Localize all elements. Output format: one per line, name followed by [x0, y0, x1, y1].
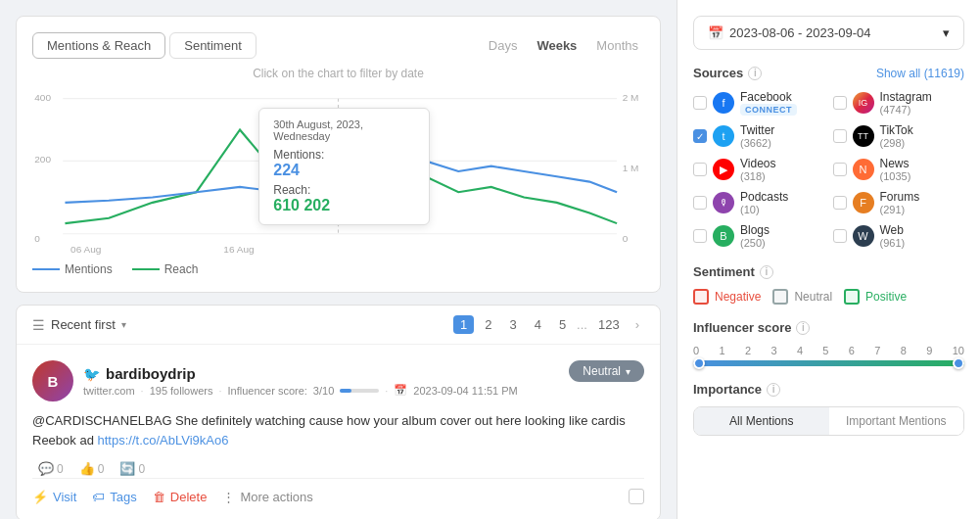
share-count: 0 — [138, 462, 145, 476]
visit-button[interactable]: ⚡ Visit — [32, 490, 76, 504]
slider-left-thumb[interactable] — [693, 357, 705, 369]
author-info: 🐦 bardiboydrip twitter.com · 195 followe… — [83, 365, 518, 397]
source-forums-checkbox[interactable] — [833, 196, 847, 210]
legend-reach-label: Reach — [164, 262, 199, 276]
avatar: B — [32, 360, 73, 401]
source-twitter-checkbox[interactable]: ✓ — [693, 129, 707, 143]
source-tiktok-checkbox[interactable] — [833, 129, 847, 143]
sort-chevron-icon: ▾ — [121, 319, 126, 330]
post-header: B 🐦 bardiboydrip twitter.com · 195 follo… — [32, 360, 644, 401]
tab-mentions-reach[interactable]: Mentions & Reach — [32, 32, 165, 59]
all-mentions-option[interactable]: All Mentions — [694, 407, 829, 435]
videos-count: (318) — [740, 170, 775, 182]
like-stat: 👍 0 — [73, 459, 111, 478]
important-mentions-option[interactable]: Important Mentions — [829, 407, 964, 435]
post-stats: 💬 0 👍 0 🔄 0 — [32, 459, 644, 478]
positive-checkbox[interactable] — [844, 289, 860, 305]
forums-name: Forums — [880, 190, 920, 204]
forums-count: (291) — [880, 204, 920, 215]
page-1[interactable]: 1 — [453, 315, 474, 334]
sentiment-positive[interactable]: Positive — [844, 289, 907, 305]
tab-sentiment[interactable]: Sentiment — [169, 32, 257, 59]
connect-badge: CONNECT — [740, 104, 797, 116]
time-months[interactable]: Months — [590, 36, 644, 55]
source-web-checkbox[interactable] — [833, 229, 847, 243]
page-2[interactable]: 2 — [478, 315, 498, 334]
blogs-name: Blogs — [740, 223, 770, 237]
author-meta: twitter.com · 195 followers · Influencer… — [83, 384, 518, 397]
author-name: bardiboydrip — [106, 365, 196, 382]
web-name: Web — [880, 223, 906, 237]
list-section: ☰ Recent first ▾ 1 2 3 4 5 ... 123 › B — [16, 305, 661, 519]
svg-text:16 Aug: 16 Aug — [223, 244, 254, 255]
more-actions-button[interactable]: ⋮ More actions — [222, 490, 312, 504]
show-all-link[interactable]: Show all (11619) — [876, 67, 964, 80]
sort-button[interactable]: ☰ Recent first ▾ — [32, 317, 126, 333]
influencer-slider[interactable] — [693, 360, 964, 366]
sentiment-badge-label: Neutral — [583, 364, 621, 378]
page-next-icon[interactable]: › — [630, 315, 644, 334]
source-instagram-checkbox[interactable] — [833, 96, 847, 110]
date-range-value: 2023-08-06 - 2023-09-04 — [729, 25, 871, 40]
post-checkbox[interactable] — [629, 489, 644, 504]
source-facebook-checkbox[interactable] — [693, 96, 707, 110]
chart-area[interactable]: 400 200 0 2 M 1 M 0 06 Aug 16 Aug — [32, 88, 644, 255]
source-blogs-checkbox[interactable] — [693, 229, 707, 243]
visit-icon: ⚡ — [32, 490, 48, 504]
tooltip-reach-value: 610 202 — [273, 197, 415, 214]
sentiment-negative[interactable]: Negative — [693, 289, 761, 305]
neutral-checkbox[interactable] — [772, 289, 788, 305]
sources-info-icon[interactable]: i — [748, 67, 762, 80]
post-author: B 🐦 bardiboydrip twitter.com · 195 follo… — [32, 360, 518, 401]
delete-icon: 🗑 — [153, 490, 165, 504]
sort-icon: ☰ — [32, 317, 45, 333]
tiktok-count: (298) — [880, 137, 913, 149]
more-icon: ⋮ — [222, 490, 235, 504]
svg-text:0: 0 — [34, 233, 40, 244]
web-count: (961) — [880, 237, 906, 249]
date-range-picker[interactable]: 📅 2023-08-06 - 2023-09-04 ▾ — [693, 16, 964, 50]
page-ellipsis: ... — [577, 317, 587, 332]
date-chevron-icon: ▾ — [943, 25, 950, 40]
importance-info-icon[interactable]: i — [767, 383, 780, 397]
time-days[interactable]: Days — [483, 36, 524, 55]
tiktok-icon: TT — [853, 125, 874, 147]
sentiment-neutral[interactable]: Neutral — [772, 289, 832, 305]
post-date: 2023-09-04 11:51 PM — [413, 385, 517, 397]
page-4[interactable]: 4 — [528, 315, 548, 334]
post-link[interactable]: https://t.co/AbLVi9kAo6 — [98, 433, 229, 448]
influencer-bar — [340, 389, 379, 393]
negative-label: Negative — [715, 290, 761, 304]
sources-title: Sources i Show all (11619) — [693, 66, 964, 80]
source-twitter: ✓ t Twitter (3662) — [693, 123, 825, 149]
source-news-checkbox[interactable] — [833, 163, 847, 176]
sentiment-badge[interactable]: Neutral ▾ — [569, 360, 644, 382]
twitter-name: Twitter — [740, 123, 774, 137]
sentiment-info-icon[interactable]: i — [760, 265, 773, 279]
page-3[interactable]: 3 — [502, 315, 523, 334]
delete-button[interactable]: 🗑 Delete — [153, 490, 208, 504]
source-podcasts-checkbox[interactable] — [693, 196, 707, 210]
negative-checkbox[interactable] — [693, 289, 709, 305]
legend-mentions-label: Mentions — [65, 262, 113, 276]
tags-button[interactable]: 🏷 Tags — [92, 490, 136, 504]
podcasts-name: Podcasts — [740, 190, 788, 204]
slider-right-thumb[interactable] — [953, 357, 964, 369]
score-labels: 012345678910 — [693, 345, 964, 356]
influencer-score-label: Influencer score: — [228, 385, 307, 397]
influencer-score-section: Influencer score i 012345678910 — [693, 320, 964, 366]
source-instagram: IG Instagram (4747) — [833, 90, 965, 116]
podcasts-icon: 🎙 — [713, 192, 734, 213]
page-123[interactable]: 123 — [591, 315, 627, 334]
time-weeks[interactable]: Weeks — [531, 36, 583, 55]
news-count: (1035) — [880, 170, 911, 182]
svg-text:1 M: 1 M — [623, 163, 639, 173]
sentiment-title: Sentiment i — [693, 264, 964, 279]
chart-tabs: Mentions & Reach Sentiment Days Weeks Mo… — [32, 32, 644, 59]
source-videos-checkbox[interactable] — [693, 163, 707, 176]
visit-label: Visit — [53, 490, 76, 504]
influencer-info-icon[interactable]: i — [796, 321, 810, 335]
page-5[interactable]: 5 — [552, 315, 573, 334]
forums-icon: F — [853, 192, 874, 213]
legend-mentions: Mentions — [32, 262, 113, 276]
